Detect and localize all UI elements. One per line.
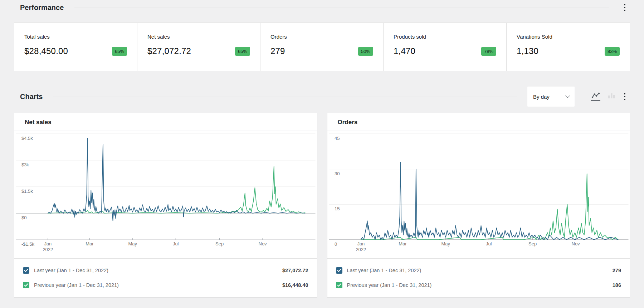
charts-title: Charts — [14, 93, 43, 101]
net-sales-legend-item[interactable]: Previous year (Jan 1 - Dec 31, 2021)$16,… — [23, 278, 308, 292]
net-sales-y-axis-label: $3k — [21, 162, 29, 167]
charts-kebab-menu-icon[interactable] — [619, 91, 630, 103]
net-sales-y-axis-label: $1.5k — [21, 189, 33, 194]
bar-chart-icon — [607, 92, 616, 99]
summary-cards-row: Total sales $28,450.00 65% Net sales $27… — [14, 23, 630, 71]
legend-checkbox-checked-icon[interactable] — [336, 267, 342, 274]
charts-section-header: Charts By day — [14, 86, 630, 107]
performance-section-header: Performance — [14, 1, 630, 14]
performance-title: Performance — [14, 4, 64, 12]
summary-card-variations-sold[interactable]: Variations Sold 1,130 83% — [507, 23, 630, 71]
net-sales-x-axis-label: Mar — [86, 241, 94, 246]
net-sales-y-axis-label: -$1.5k — [21, 241, 35, 247]
active-indicator — [591, 100, 600, 101]
orders-chart-plot[interactable]: 4530150Jan2022MarMayJulSepNov — [327, 131, 630, 258]
header-divider — [53, 97, 517, 97]
summary-trend-badge: 78% — [481, 47, 496, 56]
header-divider — [74, 8, 609, 8]
interval-select-value: By day — [533, 94, 550, 100]
legend-series-label: Last year (Jan 1 - Dec 31, 2022) — [347, 268, 613, 273]
orders-chart-canvas: 4530150Jan2022MarMayJulSepNov — [327, 131, 630, 258]
net-sales-chart-canvas: $4.5k$3k$1.5k$0-$1.5kJan2022MarMayJulSep… — [14, 131, 317, 258]
interval-select[interactable]: By day — [527, 87, 575, 107]
orders-x-axis-label: Jul — [486, 241, 492, 246]
summary-trend-badge: 65% — [112, 47, 127, 56]
performance-kebab-menu-icon[interactable] — [619, 1, 630, 14]
orders-x-axis-label: Mar — [399, 241, 407, 246]
summary-label: Products sold — [394, 34, 496, 40]
orders-chart-title: Orders — [338, 119, 358, 126]
summary-value: $28,450.00 — [24, 46, 68, 56]
net-sales-series-line — [48, 138, 305, 221]
orders-y-axis-label: 45 — [334, 136, 339, 141]
legend-series-total: 279 — [613, 268, 621, 273]
summary-value: $27,072.72 — [147, 46, 191, 56]
summary-card-products-sold[interactable]: Products sold 1,470 78% — [384, 23, 507, 71]
orders-chart-legend: Last year (Jan 1 - Dec 31, 2022)279Previ… — [327, 258, 630, 297]
orders-series-line — [361, 174, 618, 240]
orders-y-axis-label: 30 — [334, 171, 339, 176]
orders-x-axis-label: May — [441, 241, 450, 246]
net-sales-y-axis-label: $4.5k — [21, 136, 33, 141]
summary-card-net-sales[interactable]: Net sales $27,072.72 65% — [137, 23, 260, 71]
net-sales-chart-plot[interactable]: $4.5k$3k$1.5k$0-$1.5kJan2022MarMayJulSep… — [14, 131, 317, 258]
net-sales-y-axis-label: $0 — [21, 215, 26, 220]
summary-trend-badge: 83% — [605, 47, 620, 56]
summary-label: Net sales — [147, 34, 250, 40]
net-sales-chart-title: Net sales — [25, 119, 52, 126]
orders-legend-item[interactable]: Previous year (Jan 1 - Dec 31, 2021)186 — [336, 278, 621, 292]
analytics-page: Performance Total sales $28,450.00 65% N… — [0, 1, 644, 298]
orders-x-axis-label: Nov — [571, 241, 580, 246]
summary-card-orders[interactable]: Orders 279 50% — [260, 23, 384, 71]
summary-value: 279 — [270, 46, 285, 56]
net-sales-x-axis-label: Sep — [215, 241, 224, 246]
charts-row: Net sales $4.5k$3k$1.5k$0-$1.5kJan2022Ma… — [14, 113, 630, 298]
net-sales-x-axis-label: May — [128, 241, 137, 246]
line-chart-icon — [591, 92, 600, 99]
legend-series-label: Previous year (Jan 1 - Dec 31, 2021) — [34, 282, 282, 288]
orders-chart-header: Orders — [327, 113, 630, 131]
summary-label: Variations Sold — [517, 34, 620, 40]
legend-series-label: Last year (Jan 1 - Dec 31, 2022) — [34, 268, 282, 273]
orders-legend-item[interactable]: Last year (Jan 1 - Dec 31, 2022)279 — [336, 263, 621, 278]
net-sales-x-axis-year-label: 2022 — [43, 247, 53, 252]
toolbar-separator — [582, 87, 582, 107]
legend-series-label: Previous year (Jan 1 - Dec 31, 2021) — [347, 282, 613, 288]
net-sales-x-axis-label: Jul — [173, 241, 179, 246]
legend-checkbox-checked-icon[interactable] — [336, 282, 342, 288]
orders-y-axis-label: 0 — [334, 241, 337, 247]
orders-x-axis-year-label: 2022 — [356, 247, 366, 252]
legend-series-total: $27,072.72 — [282, 268, 308, 273]
net-sales-series-line — [48, 166, 305, 213]
net-sales-legend-item[interactable]: Last year (Jan 1 - Dec 31, 2022)$27,072.… — [23, 263, 308, 278]
summary-trend-badge: 50% — [358, 47, 373, 56]
legend-checkbox-checked-icon[interactable] — [23, 267, 29, 274]
summary-label: Orders — [270, 34, 373, 40]
summary-card-total-sales[interactable]: Total sales $28,450.00 65% — [14, 23, 137, 71]
summary-label: Total sales — [24, 34, 127, 40]
summary-value: 1,130 — [517, 46, 538, 56]
bar-chart-toggle-button[interactable] — [604, 89, 619, 104]
legend-series-total: 186 — [613, 282, 621, 288]
net-sales-chart-header: Net sales — [14, 113, 317, 131]
orders-x-axis-label: Jan — [357, 241, 365, 246]
summary-value: 1,470 — [394, 46, 415, 56]
orders-y-axis-label: 15 — [334, 206, 339, 211]
net-sales-x-axis-label: Jan — [44, 241, 52, 246]
summary-trend-badge: 65% — [235, 47, 250, 56]
net-sales-chart-card: Net sales $4.5k$3k$1.5k$0-$1.5kJan2022Ma… — [14, 113, 317, 298]
orders-x-axis-label: Sep — [528, 241, 537, 246]
orders-chart-card: Orders 4530150Jan2022MarMayJulSepNov Las… — [327, 113, 630, 298]
net-sales-x-axis-label: Nov — [259, 241, 267, 246]
legend-series-total: $16,448.40 — [282, 282, 308, 288]
orders-series-line — [361, 162, 618, 240]
legend-checkbox-checked-icon[interactable] — [23, 282, 29, 288]
chevron-down-icon — [565, 93, 570, 98]
net-sales-chart-legend: Last year (Jan 1 - Dec 31, 2022)$27,072.… — [14, 258, 317, 297]
line-chart-toggle-button[interactable] — [588, 89, 604, 104]
